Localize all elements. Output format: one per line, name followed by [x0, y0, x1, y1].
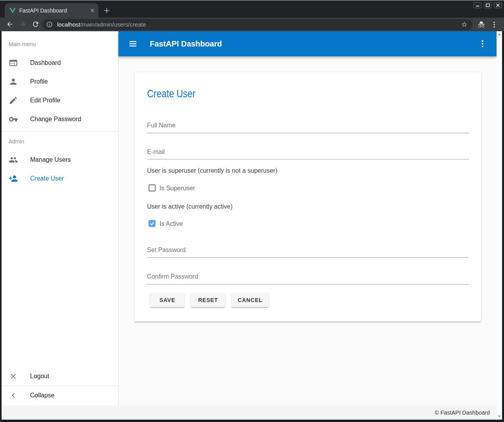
chevron-left-icon [9, 391, 18, 400]
browser-tabbar: FastAPI Dashboard [0, 1, 504, 18]
hamburger-menu-icon[interactable] [128, 39, 138, 48]
window-minimize-button[interactable] [474, 2, 482, 8]
active-checkbox-label[interactable]: Is Active [160, 220, 183, 227]
form-title: Create User [147, 88, 196, 100]
person-add-icon [9, 174, 18, 183]
active-checkbox[interactable] [149, 220, 156, 227]
back-icon[interactable] [6, 20, 14, 28]
url-path: /main/admin/users/create [80, 21, 146, 28]
browser-tab[interactable]: FastAPI Dashboard [5, 3, 99, 18]
email-field[interactable]: E-mail [147, 148, 165, 156]
incognito-icon [477, 21, 485, 29]
email-underline [147, 159, 469, 159]
footer-copyright: © FastAPI Dashboard [435, 409, 490, 416]
app-bar: FastAPI Dashboard [118, 31, 497, 56]
sidebar-item-dashboard[interactable]: Dashboard [2, 54, 118, 72]
sidebar-item-label: Collapse [30, 392, 54, 399]
sidebar-item-label: Dashboard [30, 59, 61, 66]
scrollbar-up-arrow[interactable] [497, 32, 502, 37]
tab-title: FastAPI Dashboard [19, 7, 89, 14]
sidebar-item-label: Profile [30, 78, 48, 85]
vue-logo-favicon [9, 7, 16, 14]
site-info-icon[interactable] [46, 21, 53, 28]
sidebar-divider [2, 131, 118, 132]
new-tab-button[interactable] [104, 7, 110, 14]
url-host: localhost [57, 21, 80, 28]
full-name-underline [147, 133, 469, 133]
address-bar[interactable]: localhost/main/admin/users/create [42, 19, 472, 30]
sidebar-item-change-password[interactable]: Change Password [2, 110, 118, 129]
cancel-button[interactable]: CANCEL [231, 293, 269, 307]
key-icon [9, 114, 18, 124]
page-footer: © FastAPI Dashboard [2, 406, 497, 420]
forward-icon[interactable] [19, 20, 27, 28]
set-password-underline [147, 257, 469, 258]
page-scrollbar[interactable] [497, 31, 502, 420]
superuser-checkbox[interactable] [149, 184, 156, 191]
appbar-kebab-icon[interactable] [478, 39, 487, 48]
window-controls [474, 2, 502, 8]
active-hint: User is active (currently active) [147, 203, 233, 210]
checkmark-icon [149, 221, 155, 226]
reset-button[interactable]: RESET [191, 293, 225, 307]
sidebar-item-logout[interactable]: Logout [2, 367, 118, 386]
person-icon [9, 77, 18, 86]
superuser-checkbox-label[interactable]: Is Superuser [160, 185, 195, 192]
sidebar-item-label: Edit Profile [30, 97, 60, 104]
sidebar-item-label: Change Password [30, 116, 81, 123]
window-maximize-button[interactable] [484, 2, 492, 8]
form-buttons: SAVE RESET CANCEL [150, 293, 269, 307]
people-icon [9, 155, 18, 165]
sidebar-item-edit-profile[interactable]: Edit Profile [2, 91, 118, 110]
page-viewport: Main menu Dashboard Profile Edit Profile… [2, 31, 502, 420]
sidebar-item-create-user[interactable]: Create User [2, 169, 118, 188]
set-password-field[interactable]: Set Password [147, 247, 186, 254]
sidebar-item-profile[interactable]: Profile [2, 72, 118, 91]
tab-close-icon[interactable] [89, 7, 95, 14]
url-text[interactable]: localhost/main/admin/users/create [57, 21, 461, 28]
bookmark-star-icon[interactable] [461, 21, 468, 28]
browser-toolbar: localhost/main/admin/users/create [0, 18, 504, 31]
window-close-button[interactable] [494, 2, 502, 8]
sidebar-item-label: Manage Users [30, 156, 71, 163]
reload-icon[interactable] [32, 20, 39, 28]
browser-menu-kebab-icon[interactable] [490, 21, 498, 29]
full-name-field[interactable]: Full Name [147, 122, 176, 129]
scrollbar-down-arrow[interactable] [497, 414, 502, 419]
sidebar-item-collapse[interactable]: Collapse [2, 386, 118, 405]
save-button[interactable]: SAVE [150, 293, 185, 307]
sidebar-item-label: Create User [30, 175, 64, 182]
sidebar-item-label: Logout [30, 373, 49, 380]
sidebar-item-manage-users[interactable]: Manage Users [2, 150, 118, 169]
sidebar-section-admin: Admin [9, 138, 24, 145]
sidebar-section-main-menu: Main menu [9, 41, 36, 47]
confirm-password-field[interactable]: Confirm Password [147, 273, 198, 280]
superuser-hint: User is superuser (currently is not a su… [147, 167, 277, 174]
confirm-password-underline [147, 284, 469, 284]
sidebar: Main menu Dashboard Profile Edit Profile… [2, 31, 118, 406]
close-x-icon [9, 372, 18, 381]
pencil-icon [9, 96, 18, 105]
dashboard-icon [9, 58, 18, 68]
create-user-card: Create User Full Name E-mail User is sup… [135, 72, 481, 322]
appbar-title: FastAPI Dashboard [150, 39, 478, 48]
